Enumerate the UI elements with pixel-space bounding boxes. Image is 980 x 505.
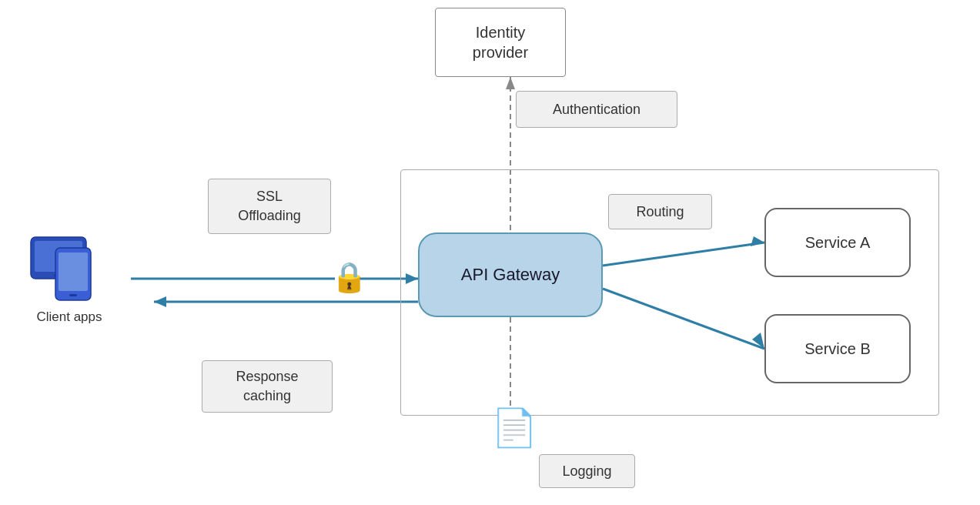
response-caching-box: Response caching	[202, 360, 333, 413]
service-b-label: Service B	[804, 340, 871, 358]
svg-rect-17	[59, 252, 88, 291]
diagram: Identity provider Authentication SSL Off…	[0, 0, 980, 505]
client-apps-area: Client apps	[15, 231, 123, 325]
service-a-label: Service A	[805, 234, 870, 252]
response-caching-label: Response caching	[236, 367, 298, 406]
logging-box: Logging	[539, 454, 635, 488]
service-b-box: Service B	[764, 314, 911, 383]
svg-rect-18	[69, 294, 77, 296]
client-apps-icon	[15, 231, 123, 308]
authentication-label: Authentication	[553, 102, 641, 118]
ssl-offloading-box: SSL Offloading	[208, 179, 331, 234]
ssl-offloading-label: SSL Offloading	[238, 187, 301, 226]
svg-marker-8	[154, 296, 166, 307]
routing-box: Routing	[608, 194, 712, 229]
authentication-box: Authentication	[516, 91, 677, 128]
lock-icon: 🔒	[331, 260, 367, 294]
identity-provider-label: Identity provider	[473, 22, 528, 62]
api-gateway-box: API Gateway	[418, 232, 603, 317]
api-gateway-label: API Gateway	[461, 265, 560, 285]
service-a-box: Service A	[764, 208, 911, 277]
client-apps-label: Client apps	[36, 309, 102, 325]
svg-marker-1	[506, 77, 515, 89]
identity-provider-box: Identity provider	[435, 8, 566, 77]
routing-label: Routing	[636, 204, 684, 220]
logging-label: Logging	[562, 463, 611, 480]
log-document-icon: 📄	[491, 406, 537, 450]
